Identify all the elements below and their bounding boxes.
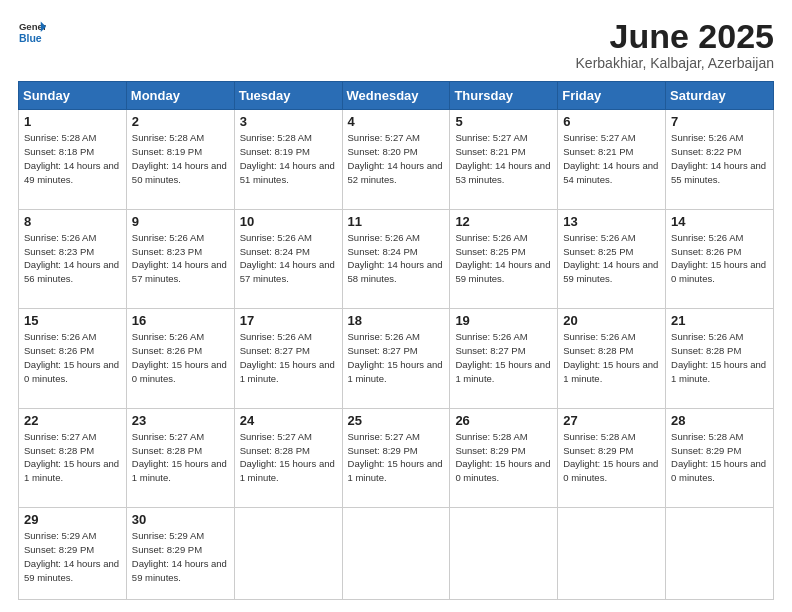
day-number: 14 bbox=[671, 214, 768, 229]
calendar-cell: 25Sunrise: 5:27 AMSunset: 8:29 PMDayligh… bbox=[342, 408, 450, 507]
day-info: Sunrise: 5:26 AMSunset: 8:23 PMDaylight:… bbox=[132, 231, 229, 286]
day-number: 20 bbox=[563, 313, 660, 328]
calendar-cell: 16Sunrise: 5:26 AMSunset: 8:26 PMDayligh… bbox=[126, 309, 234, 408]
weekday-header: Monday bbox=[126, 82, 234, 110]
day-info: Sunrise: 5:27 AMSunset: 8:28 PMDaylight:… bbox=[132, 430, 229, 485]
day-number: 10 bbox=[240, 214, 337, 229]
calendar-cell: 30Sunrise: 5:29 AMSunset: 8:29 PMDayligh… bbox=[126, 508, 234, 600]
day-info: Sunrise: 5:26 AMSunset: 8:26 PMDaylight:… bbox=[132, 330, 229, 385]
day-info: Sunrise: 5:28 AMSunset: 8:19 PMDaylight:… bbox=[240, 131, 337, 186]
day-info: Sunrise: 5:26 AMSunset: 8:27 PMDaylight:… bbox=[348, 330, 445, 385]
day-info: Sunrise: 5:26 AMSunset: 8:22 PMDaylight:… bbox=[671, 131, 768, 186]
day-number: 6 bbox=[563, 114, 660, 129]
calendar-cell bbox=[234, 508, 342, 600]
day-info: Sunrise: 5:26 AMSunset: 8:28 PMDaylight:… bbox=[563, 330, 660, 385]
day-info: Sunrise: 5:26 AMSunset: 8:23 PMDaylight:… bbox=[24, 231, 121, 286]
calendar-table: SundayMondayTuesdayWednesdayThursdayFrid… bbox=[18, 81, 774, 600]
calendar-cell: 7Sunrise: 5:26 AMSunset: 8:22 PMDaylight… bbox=[666, 110, 774, 209]
calendar-cell: 23Sunrise: 5:27 AMSunset: 8:28 PMDayligh… bbox=[126, 408, 234, 507]
calendar-cell: 19Sunrise: 5:26 AMSunset: 8:27 PMDayligh… bbox=[450, 309, 558, 408]
day-info: Sunrise: 5:26 AMSunset: 8:28 PMDaylight:… bbox=[671, 330, 768, 385]
day-number: 18 bbox=[348, 313, 445, 328]
calendar-cell: 1Sunrise: 5:28 AMSunset: 8:18 PMDaylight… bbox=[19, 110, 127, 209]
calendar-cell: 3Sunrise: 5:28 AMSunset: 8:19 PMDaylight… bbox=[234, 110, 342, 209]
day-number: 1 bbox=[24, 114, 121, 129]
day-info: Sunrise: 5:26 AMSunset: 8:24 PMDaylight:… bbox=[348, 231, 445, 286]
calendar-cell: 17Sunrise: 5:26 AMSunset: 8:27 PMDayligh… bbox=[234, 309, 342, 408]
logo-icon: General Blue bbox=[18, 18, 46, 46]
day-info: Sunrise: 5:26 AMSunset: 8:27 PMDaylight:… bbox=[240, 330, 337, 385]
calendar-week-row: 1Sunrise: 5:28 AMSunset: 8:18 PMDaylight… bbox=[19, 110, 774, 209]
calendar-week-row: 29Sunrise: 5:29 AMSunset: 8:29 PMDayligh… bbox=[19, 508, 774, 600]
calendar-cell: 10Sunrise: 5:26 AMSunset: 8:24 PMDayligh… bbox=[234, 209, 342, 308]
calendar-cell: 22Sunrise: 5:27 AMSunset: 8:28 PMDayligh… bbox=[19, 408, 127, 507]
day-number: 23 bbox=[132, 413, 229, 428]
day-info: Sunrise: 5:28 AMSunset: 8:19 PMDaylight:… bbox=[132, 131, 229, 186]
calendar-cell: 13Sunrise: 5:26 AMSunset: 8:25 PMDayligh… bbox=[558, 209, 666, 308]
calendar-cell: 20Sunrise: 5:26 AMSunset: 8:28 PMDayligh… bbox=[558, 309, 666, 408]
calendar-cell: 18Sunrise: 5:26 AMSunset: 8:27 PMDayligh… bbox=[342, 309, 450, 408]
calendar-cell: 9Sunrise: 5:26 AMSunset: 8:23 PMDaylight… bbox=[126, 209, 234, 308]
calendar-cell: 11Sunrise: 5:26 AMSunset: 8:24 PMDayligh… bbox=[342, 209, 450, 308]
calendar-week-row: 22Sunrise: 5:27 AMSunset: 8:28 PMDayligh… bbox=[19, 408, 774, 507]
day-number: 29 bbox=[24, 512, 121, 527]
weekday-header: Tuesday bbox=[234, 82, 342, 110]
day-info: Sunrise: 5:28 AMSunset: 8:29 PMDaylight:… bbox=[455, 430, 552, 485]
calendar-cell: 6Sunrise: 5:27 AMSunset: 8:21 PMDaylight… bbox=[558, 110, 666, 209]
calendar-cell bbox=[450, 508, 558, 600]
weekday-header: Sunday bbox=[19, 82, 127, 110]
day-number: 16 bbox=[132, 313, 229, 328]
day-number: 12 bbox=[455, 214, 552, 229]
calendar-cell: 21Sunrise: 5:26 AMSunset: 8:28 PMDayligh… bbox=[666, 309, 774, 408]
day-number: 3 bbox=[240, 114, 337, 129]
calendar-cell: 15Sunrise: 5:26 AMSunset: 8:26 PMDayligh… bbox=[19, 309, 127, 408]
day-number: 9 bbox=[132, 214, 229, 229]
day-number: 11 bbox=[348, 214, 445, 229]
header: General Blue June 2025 Kerbakhiar, Kalba… bbox=[18, 18, 774, 71]
calendar-cell bbox=[558, 508, 666, 600]
day-info: Sunrise: 5:29 AMSunset: 8:29 PMDaylight:… bbox=[132, 529, 229, 584]
day-info: Sunrise: 5:27 AMSunset: 8:21 PMDaylight:… bbox=[563, 131, 660, 186]
page: General Blue June 2025 Kerbakhiar, Kalba… bbox=[0, 0, 792, 612]
calendar-cell: 14Sunrise: 5:26 AMSunset: 8:26 PMDayligh… bbox=[666, 209, 774, 308]
day-info: Sunrise: 5:26 AMSunset: 8:24 PMDaylight:… bbox=[240, 231, 337, 286]
day-number: 26 bbox=[455, 413, 552, 428]
calendar-week-row: 8Sunrise: 5:26 AMSunset: 8:23 PMDaylight… bbox=[19, 209, 774, 308]
day-info: Sunrise: 5:28 AMSunset: 8:18 PMDaylight:… bbox=[24, 131, 121, 186]
day-number: 5 bbox=[455, 114, 552, 129]
day-info: Sunrise: 5:28 AMSunset: 8:29 PMDaylight:… bbox=[671, 430, 768, 485]
calendar-cell: 4Sunrise: 5:27 AMSunset: 8:20 PMDaylight… bbox=[342, 110, 450, 209]
svg-text:Blue: Blue bbox=[19, 32, 42, 44]
calendar-cell: 27Sunrise: 5:28 AMSunset: 8:29 PMDayligh… bbox=[558, 408, 666, 507]
day-number: 8 bbox=[24, 214, 121, 229]
day-info: Sunrise: 5:27 AMSunset: 8:28 PMDaylight:… bbox=[24, 430, 121, 485]
day-info: Sunrise: 5:26 AMSunset: 8:27 PMDaylight:… bbox=[455, 330, 552, 385]
calendar-cell bbox=[342, 508, 450, 600]
calendar-header-row: SundayMondayTuesdayWednesdayThursdayFrid… bbox=[19, 82, 774, 110]
calendar-cell: 24Sunrise: 5:27 AMSunset: 8:28 PMDayligh… bbox=[234, 408, 342, 507]
calendar-cell: 28Sunrise: 5:28 AMSunset: 8:29 PMDayligh… bbox=[666, 408, 774, 507]
weekday-header: Thursday bbox=[450, 82, 558, 110]
day-info: Sunrise: 5:27 AMSunset: 8:20 PMDaylight:… bbox=[348, 131, 445, 186]
logo: General Blue bbox=[18, 18, 46, 46]
calendar-cell: 8Sunrise: 5:26 AMSunset: 8:23 PMDaylight… bbox=[19, 209, 127, 308]
day-number: 4 bbox=[348, 114, 445, 129]
day-number: 7 bbox=[671, 114, 768, 129]
calendar-cell: 2Sunrise: 5:28 AMSunset: 8:19 PMDaylight… bbox=[126, 110, 234, 209]
calendar-cell: 5Sunrise: 5:27 AMSunset: 8:21 PMDaylight… bbox=[450, 110, 558, 209]
day-number: 30 bbox=[132, 512, 229, 527]
calendar-week-row: 15Sunrise: 5:26 AMSunset: 8:26 PMDayligh… bbox=[19, 309, 774, 408]
day-info: Sunrise: 5:26 AMSunset: 8:26 PMDaylight:… bbox=[24, 330, 121, 385]
day-number: 27 bbox=[563, 413, 660, 428]
day-info: Sunrise: 5:29 AMSunset: 8:29 PMDaylight:… bbox=[24, 529, 121, 584]
day-number: 24 bbox=[240, 413, 337, 428]
day-number: 13 bbox=[563, 214, 660, 229]
day-info: Sunrise: 5:27 AMSunset: 8:28 PMDaylight:… bbox=[240, 430, 337, 485]
calendar-cell bbox=[666, 508, 774, 600]
month-title: June 2025 bbox=[576, 18, 774, 55]
day-info: Sunrise: 5:27 AMSunset: 8:21 PMDaylight:… bbox=[455, 131, 552, 186]
day-info: Sunrise: 5:28 AMSunset: 8:29 PMDaylight:… bbox=[563, 430, 660, 485]
day-info: Sunrise: 5:26 AMSunset: 8:25 PMDaylight:… bbox=[563, 231, 660, 286]
day-info: Sunrise: 5:26 AMSunset: 8:26 PMDaylight:… bbox=[671, 231, 768, 286]
weekday-header: Wednesday bbox=[342, 82, 450, 110]
